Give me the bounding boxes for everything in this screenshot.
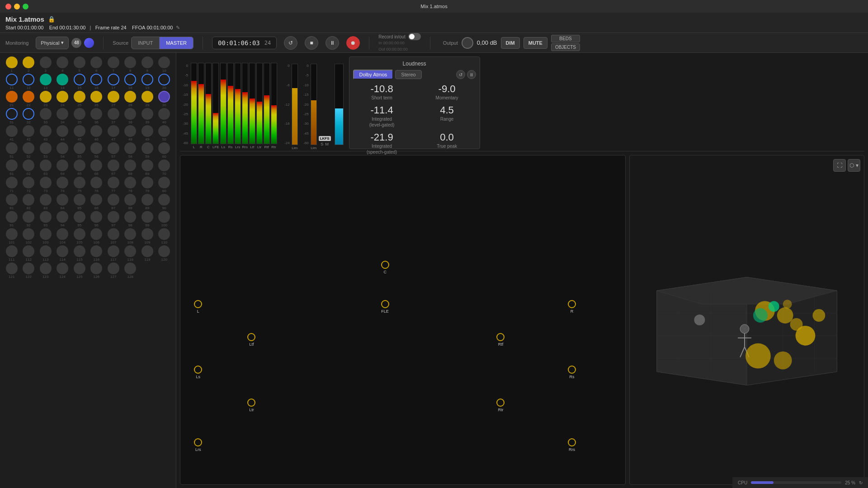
input-button[interactable]: INPUT bbox=[131, 37, 160, 49]
object-btn-23[interactable]: 23 bbox=[38, 91, 54, 107]
object-btn-101[interactable]: 101 bbox=[4, 228, 20, 244]
object-btn-45[interactable]: 45 bbox=[71, 125, 88, 141]
master-button[interactable]: MASTER bbox=[160, 37, 193, 49]
object-btn-128[interactable]: 128 bbox=[123, 263, 139, 279]
object-btn-90[interactable]: 90 bbox=[156, 194, 173, 210]
object-btn-91[interactable]: 91 bbox=[4, 211, 20, 227]
object-btn-107[interactable]: 107 bbox=[105, 228, 122, 244]
3d-mode-button[interactable]: ⬡ ▾ bbox=[848, 159, 860, 172]
object-btn-4[interactable]: 4 bbox=[55, 56, 71, 73]
speaker-Rrs[interactable]: Rrs bbox=[568, 438, 576, 452]
object-btn-75[interactable]: 75 bbox=[71, 177, 88, 193]
object-btn-34[interactable]: 34 bbox=[55, 108, 71, 124]
object-btn-71[interactable]: 71 bbox=[4, 177, 20, 193]
object-btn-108[interactable]: 108 bbox=[123, 228, 139, 244]
object-btn-95[interactable]: 95 bbox=[71, 211, 88, 227]
minimize-button[interactable] bbox=[14, 4, 20, 9]
object-btn-87[interactable]: 87 bbox=[105, 194, 122, 210]
object-btn-126[interactable]: 126 bbox=[89, 263, 105, 279]
speaker-Rtr[interactable]: Rtr bbox=[496, 399, 505, 412]
object-btn-66[interactable]: 66 bbox=[89, 160, 105, 176]
object-btn-116[interactable]: 116 bbox=[89, 245, 105, 262]
object-btn-29[interactable]: 29 bbox=[139, 91, 156, 107]
object-btn-67[interactable]: 67 bbox=[105, 160, 122, 176]
object-btn-58[interactable]: 58 bbox=[123, 142, 139, 159]
object-btn-79[interactable]: 79 bbox=[139, 177, 156, 193]
object-btn-32[interactable]: 32 bbox=[21, 108, 37, 124]
speaker-Ls[interactable]: Ls bbox=[194, 366, 202, 379]
object-btn-120[interactable]: 120 bbox=[156, 245, 173, 262]
object-btn-111[interactable]: 111 bbox=[4, 245, 20, 262]
object-btn-41[interactable]: 41 bbox=[4, 125, 20, 141]
object-btn-83[interactable]: 83 bbox=[38, 194, 54, 210]
record-button[interactable]: ⏺ bbox=[346, 36, 360, 50]
object-btn-46[interactable]: 46 bbox=[89, 125, 105, 141]
object-btn-125[interactable]: 125 bbox=[71, 263, 88, 279]
object-btn-2[interactable]: 2 bbox=[21, 56, 37, 73]
object-btn-84[interactable]: 84 bbox=[55, 194, 71, 210]
object-btn-103[interactable]: 103 bbox=[38, 228, 54, 244]
object-btn-50[interactable]: 50 bbox=[156, 125, 173, 141]
object-btn-77[interactable]: 77 bbox=[105, 177, 122, 193]
object-btn-51[interactable]: 51 bbox=[4, 142, 20, 159]
object-btn-28[interactable]: 28 bbox=[123, 91, 139, 107]
object-btn-68[interactable]: 68 bbox=[123, 160, 139, 176]
object-btn-73[interactable]: 73 bbox=[38, 177, 54, 193]
object-btn-62[interactable]: 62 bbox=[21, 160, 37, 176]
object-btn-114[interactable]: 114 bbox=[55, 245, 71, 262]
object-btn-30[interactable]: 30 bbox=[156, 91, 173, 107]
object-btn-60[interactable]: 60 bbox=[156, 142, 173, 159]
object-btn-33[interactable]: 33 bbox=[38, 108, 54, 124]
object-btn-22[interactable]: 22 bbox=[21, 91, 37, 107]
object-btn-13[interactable]: 13 bbox=[38, 74, 54, 90]
object-btn-74[interactable]: 74 bbox=[55, 177, 71, 193]
object-btn-92[interactable]: 92 bbox=[21, 211, 37, 227]
object-btn-70[interactable]: 70 bbox=[156, 160, 173, 176]
object-btn-6[interactable]: 6 bbox=[89, 56, 105, 73]
object-btn-38[interactable]: 38 bbox=[123, 108, 139, 124]
maximize-button[interactable] bbox=[23, 4, 28, 9]
object-btn-24[interactable]: 24 bbox=[55, 91, 71, 107]
object-btn-42[interactable]: 42 bbox=[21, 125, 37, 141]
object-btn-17[interactable]: 17 bbox=[105, 74, 122, 90]
stop-button[interactable]: ■ bbox=[305, 36, 318, 50]
object-btn-118[interactable]: 118 bbox=[123, 245, 139, 262]
output-knob[interactable] bbox=[462, 37, 473, 49]
object-btn-11[interactable]: 11 bbox=[4, 74, 20, 90]
object-btn-80[interactable]: 80 bbox=[156, 177, 173, 193]
stereo-tab[interactable]: Stereo bbox=[395, 70, 421, 79]
object-btn-69[interactable]: 69 bbox=[139, 160, 156, 176]
object-btn-53[interactable]: 53 bbox=[38, 142, 54, 159]
object-btn-57[interactable]: 57 bbox=[105, 142, 122, 159]
object-btn-106[interactable]: 106 bbox=[89, 228, 105, 244]
object-btn-54[interactable]: 54 bbox=[55, 142, 71, 159]
object-btn-127[interactable]: 127 bbox=[105, 263, 122, 279]
dim-button[interactable]: DIM bbox=[501, 37, 520, 49]
object-btn-63[interactable]: 63 bbox=[38, 160, 54, 176]
object-btn-59[interactable]: 59 bbox=[139, 142, 156, 159]
object-btn-49[interactable]: 49 bbox=[139, 125, 156, 141]
object-btn-98[interactable]: 98 bbox=[123, 211, 139, 227]
speaker-Ltr[interactable]: Ltr bbox=[247, 399, 255, 412]
dolby-atmos-tab[interactable]: Dolby Atmos bbox=[353, 70, 394, 80]
object-btn-105[interactable]: 105 bbox=[71, 228, 88, 244]
record-toggle[interactable] bbox=[408, 33, 421, 40]
object-btn-44[interactable]: 44 bbox=[55, 125, 71, 141]
object-btn-37[interactable]: 37 bbox=[105, 108, 122, 124]
fullscreen-button[interactable]: ⛶ bbox=[833, 159, 846, 172]
object-btn-123[interactable]: 123 bbox=[38, 263, 54, 279]
object-btn-61[interactable]: 61 bbox=[4, 160, 20, 176]
object-btn-39[interactable]: 39 bbox=[139, 108, 156, 124]
object-btn-18[interactable]: 18 bbox=[123, 74, 139, 90]
object-btn-52[interactable]: 52 bbox=[21, 142, 37, 159]
object-btn-94[interactable]: 94 bbox=[55, 211, 71, 227]
speaker-Rtf[interactable]: Rtf bbox=[496, 333, 505, 347]
object-btn-72[interactable]: 72 bbox=[21, 177, 37, 193]
object-btn-19[interactable]: 19 bbox=[139, 74, 156, 90]
object-btn-78[interactable]: 78 bbox=[123, 177, 139, 193]
object-btn-26[interactable]: 26 bbox=[89, 91, 105, 107]
monitoring-circle-btn[interactable] bbox=[84, 38, 94, 48]
object-btn-112[interactable]: 112 bbox=[21, 245, 37, 262]
object-btn-76[interactable]: 76 bbox=[89, 177, 105, 193]
object-btn-64[interactable]: 64 bbox=[55, 160, 71, 176]
